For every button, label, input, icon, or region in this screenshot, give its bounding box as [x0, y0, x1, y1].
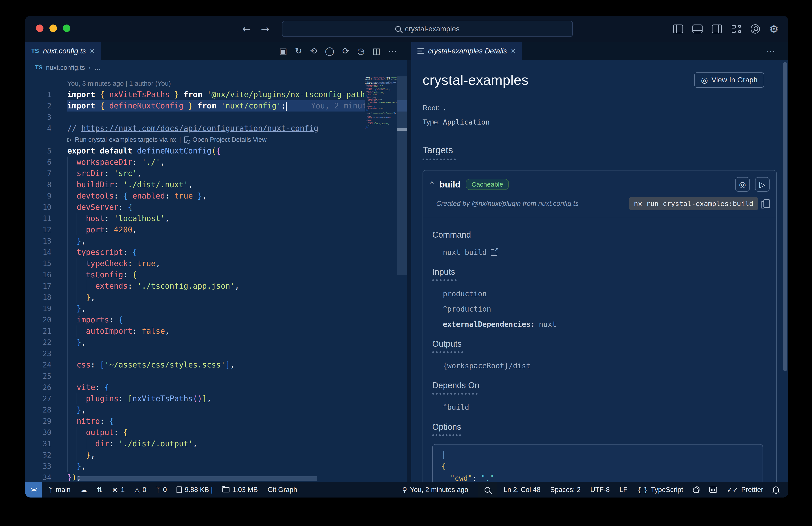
- code-line-24[interactable]: 24 css: ['~/assets/css/styles.scss'],: [25, 359, 407, 371]
- code-line-33[interactable]: 33 },: [25, 461, 407, 472]
- status-0[interactable]: △0: [134, 486, 146, 494]
- code-line-13[interactable]: 13 },: [25, 236, 407, 247]
- external-link-icon[interactable]: [491, 249, 497, 256]
- status-typescript[interactable]: { }TypeScript: [637, 486, 683, 494]
- code-line-7[interactable]: 7 srcDir: 'src',: [25, 168, 407, 179]
- panel-more-actions-icon[interactable]: ⋯: [766, 42, 775, 60]
- current-change-icon[interactable]: ◯: [325, 46, 334, 56]
- code-line-3[interactable]: 3: [25, 112, 407, 123]
- status-prettier[interactable]: ✓✓Prettier: [727, 486, 763, 494]
- code-line-26[interactable]: 26 vite: {: [25, 382, 407, 393]
- code-line-2[interactable]: 2import { defineNuxtConfig } from 'nuxt/…: [25, 100, 407, 112]
- code-line-20[interactable]: 20 imports: {: [25, 314, 407, 326]
- remote-indicator[interactable]: ><: [25, 482, 42, 498]
- minimap[interactable]: import { nxViteTsPaths } from '@nx/vite/…: [365, 75, 397, 482]
- status-bell[interactable]: [773, 488, 779, 492]
- view-target-in-graph-button[interactable]: ◎: [735, 177, 750, 192]
- breadcrumb[interactable]: TS nuxt.config.ts › …: [25, 60, 407, 75]
- code-line-31[interactable]: 31 dir: './dist/.output',: [25, 438, 407, 450]
- status-main[interactable]: ᛘmain: [49, 486, 71, 494]
- status-cloud-upload[interactable]: ☁: [80, 486, 87, 494]
- prev-change-icon[interactable]: ⟲: [310, 46, 317, 56]
- line-number: 33: [25, 461, 52, 472]
- collapse-chevron-icon[interactable]: ^: [430, 180, 434, 189]
- status-you-2-minutes-ago[interactable]: ⚲You, 2 minutes ago: [402, 486, 468, 494]
- toggle-sidebar-right-icon[interactable]: [712, 25, 722, 33]
- code-line-15[interactable]: 15 typeCheck: true,: [25, 258, 407, 269]
- codelens-run-link[interactable]: Run crystal-examples targets via nx: [75, 134, 176, 145]
- code-line-25[interactable]: 25: [25, 371, 407, 382]
- code-line-23[interactable]: 23: [25, 348, 407, 359]
- tab-nuxt-config[interactable]: TS nuxt.config.ts ×: [25, 42, 101, 60]
- tab-project-details[interactable]: crystal-examples Details ×: [411, 42, 522, 60]
- code-line-16[interactable]: 16 tsConfig: {: [25, 269, 407, 281]
- code-line-8[interactable]: 8 buildDir: './dist/.nuxt',: [25, 179, 407, 190]
- breadcrumb-file[interactable]: nuxt.config.ts: [46, 64, 85, 71]
- settings-gear-icon[interactable]: ⚙: [769, 23, 779, 35]
- horizontal-scrollbar[interactable]: [77, 476, 317, 481]
- codelens-row[interactable]: ▷Run crystal-examples targets via nx|Ope…: [25, 134, 407, 145]
- view-in-graph-button[interactable]: ◎ View In Graph: [694, 72, 764, 88]
- toggle-sidebar-left-icon[interactable]: [673, 25, 683, 33]
- code-line-22[interactable]: 22 },: [25, 337, 407, 348]
- code-line-17[interactable]: 17 extends: './tsconfig.app.json',: [25, 281, 407, 292]
- code-line-32[interactable]: 32 },: [25, 450, 407, 461]
- status-squirrel[interactable]: [693, 486, 699, 493]
- code-line-29[interactable]: 29 nitro: {: [25, 416, 407, 427]
- code-line-10[interactable]: 10 devServer: {: [25, 202, 407, 213]
- code-line-9[interactable]: 9 devtools: { enabled: true },: [25, 190, 407, 202]
- code-line-18[interactable]: 18 },: [25, 292, 407, 303]
- vertical-scrollbar[interactable]: [397, 76, 407, 275]
- customize-layout-icon[interactable]: [731, 25, 741, 33]
- more-actions-icon[interactable]: ⋯: [388, 46, 397, 56]
- breadcrumb-symbol[interactable]: …: [94, 64, 101, 71]
- zoom-status-item[interactable]: [478, 482, 497, 498]
- code-line-21[interactable]: 21 autoImport: false,: [25, 326, 407, 337]
- command-center-search[interactable]: crystal-examples: [282, 21, 573, 37]
- status-git-graph[interactable]: Git Graph: [267, 486, 297, 494]
- status-lf[interactable]: LF: [619, 486, 627, 494]
- code-line-28[interactable]: 28 },: [25, 404, 407, 416]
- code-line-5[interactable]: 5export default defineNuxtConfig({: [25, 145, 407, 157]
- open-changes-icon[interactable]: ▣: [279, 46, 287, 56]
- toggle-panel-bottom-icon[interactable]: [692, 25, 702, 33]
- status-utf-8[interactable]: UTF-8: [590, 486, 610, 494]
- close-window-button[interactable]: [36, 25, 43, 32]
- navigate-back-icon[interactable]: ←: [242, 23, 251, 35]
- copy-command-icon[interactable]: [764, 199, 770, 208]
- close-panel-tab-icon[interactable]: ×: [511, 46, 516, 56]
- run-target-button[interactable]: ▷: [755, 177, 770, 192]
- code-line-14[interactable]: 14 typescript: {: [25, 247, 407, 258]
- panel-scrollbar[interactable]: [783, 62, 787, 371]
- account-icon[interactable]: [751, 24, 760, 33]
- nx-run-command-chip[interactable]: nx run crystal-examples:build: [629, 197, 758, 210]
- status-1[interactable]: ⊗1: [112, 486, 125, 494]
- refresh-icon[interactable]: ↻: [295, 46, 302, 56]
- navigate-forward-icon[interactable]: →: [261, 23, 270, 35]
- timeline-icon[interactable]: ◷: [357, 46, 364, 56]
- close-tab-icon[interactable]: ×: [90, 46, 95, 56]
- status-git-compare[interactable]: ⇅: [97, 486, 103, 494]
- status-9-88-kb[interactable]: 9.88 KB |: [176, 486, 213, 494]
- target-name: build: [439, 180, 461, 189]
- next-change-icon[interactable]: ⟳: [342, 46, 349, 56]
- code-line-27[interactable]: 27 plugins: [nxViteTsPaths()],: [25, 393, 407, 404]
- status-robot[interactable]: [709, 487, 717, 493]
- status-spaces-2[interactable]: Spaces: 2: [550, 486, 581, 494]
- code-editor[interactable]: You, 3 minutes ago | 1 author (You)1impo…: [25, 75, 407, 482]
- maximize-window-button[interactable]: [63, 25, 70, 32]
- code-line-12[interactable]: 12 port: 4200,: [25, 224, 407, 236]
- run-target-icon[interactable]: ▷: [67, 134, 72, 145]
- status-1-03-mb[interactable]: 1.03 MB: [222, 486, 258, 494]
- code-line-4[interactable]: 4// https://nuxt.com/docs/api/configurat…: [25, 123, 407, 134]
- code-line-19[interactable]: 19 },: [25, 303, 407, 314]
- minimize-window-button[interactable]: [49, 25, 57, 32]
- code-line-11[interactable]: 11 host: 'localhost',: [25, 213, 407, 224]
- codelens-details-link[interactable]: Open Project Details View: [192, 134, 266, 145]
- status-0[interactable]: ᛉ0: [156, 486, 167, 494]
- status-ln-2-col-48[interactable]: Ln 2, Col 48: [504, 486, 540, 494]
- code-line-1[interactable]: 1import { nxViteTsPaths } from '@nx/vite…: [25, 89, 407, 100]
- code-line-30[interactable]: 30 output: {: [25, 427, 407, 438]
- split-editor-icon[interactable]: ◫: [373, 46, 380, 56]
- code-line-6[interactable]: 6 workspaceDir: './',: [25, 157, 407, 168]
